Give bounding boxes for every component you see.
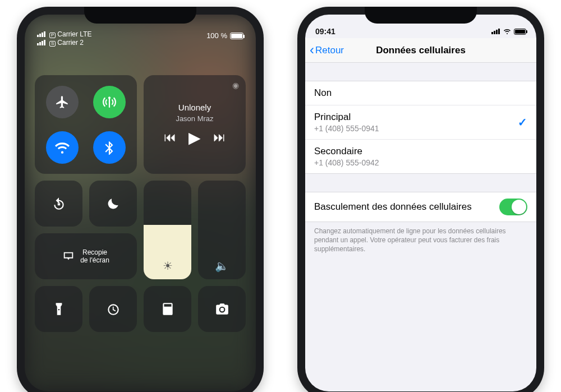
cellular-data-toggle[interactable] <box>93 86 126 118</box>
status-bar-right: 100 % <box>206 31 243 40</box>
sim-s-badge: S <box>49 41 56 47</box>
battery-percent: 100 % <box>206 31 227 40</box>
antenna-icon <box>102 95 117 109</box>
airplane-mode-toggle[interactable] <box>46 86 79 118</box>
volume-icon: 🔈 <box>215 259 229 273</box>
now-playing-module[interactable]: ◉ Unlonely Jason Mraz ⏮ ▶ ⏭ <box>144 75 246 174</box>
rotation-lock-toggle[interactable] <box>35 181 82 227</box>
screen-mirroring-label-2: de l'écran <box>80 256 109 264</box>
back-label: Retour <box>315 45 344 56</box>
wifi-icon <box>55 140 70 155</box>
option-primary-label: Principal <box>314 112 379 123</box>
brightness-icon: ☀ <box>163 259 173 273</box>
prev-track-button[interactable]: ⏮ <box>164 130 176 145</box>
nav-bar: ‹ Retour Données cellulaires <box>305 38 536 63</box>
line-options-group: Non Principal +1 (408) 555-0941 ✓ Second… <box>305 81 536 174</box>
screen-mirror-icon <box>62 250 75 262</box>
next-track-button[interactable]: ⏭ <box>213 130 226 145</box>
control-grid: ◉ Unlonely Jason Mraz ⏮ ▶ ⏭ <box>35 75 246 332</box>
calculator-button[interactable] <box>144 286 191 332</box>
clock: 09:41 <box>315 27 335 36</box>
bluetooth-icon <box>102 140 117 155</box>
flashlight-icon <box>52 302 66 316</box>
track-artist: Jason Mraz <box>176 114 213 123</box>
connectivity-module[interactable] <box>35 75 137 174</box>
status-bar-left: PCarrier LTE SCarrier 2 <box>37 30 91 47</box>
phone-left: PCarrier LTE SCarrier 2 100 % <box>17 7 264 392</box>
option-primary[interactable]: Principal +1 (408) 555-0941 ✓ <box>305 105 536 140</box>
volume-slider[interactable]: 🔈 <box>198 181 246 279</box>
signal-icon-secondary <box>37 39 48 47</box>
option-none-label: Non <box>314 87 332 99</box>
chevron-left-icon: ‹ <box>310 43 314 57</box>
rotation-lock-icon <box>52 196 66 211</box>
control-center-screen: PCarrier LTE SCarrier 2 100 % <box>25 15 256 391</box>
battery-icon <box>514 29 526 35</box>
phone-right: 09:41 ‹ Retour Données cellulaires Non P… <box>297 7 544 392</box>
wifi-toggle[interactable] <box>46 131 79 164</box>
play-button[interactable]: ▶ <box>188 128 201 147</box>
checkmark-icon: ✓ <box>518 116 527 129</box>
carrier-secondary: Carrier 2 <box>57 39 84 47</box>
camera-icon <box>215 302 229 316</box>
airplane-icon <box>55 95 70 109</box>
airplay-audio-icon[interactable]: ◉ <box>232 81 239 90</box>
option-secondary-number: +1 (408) 555-0942 <box>314 158 379 167</box>
cellular-switching-footer: Changez automatiquement de ligne pour le… <box>305 222 536 254</box>
bluetooth-toggle[interactable] <box>93 131 126 164</box>
carrier-primary: Carrier LTE <box>57 30 91 38</box>
option-none[interactable]: Non <box>305 81 536 105</box>
timer-button[interactable] <box>89 286 137 332</box>
wifi-icon <box>503 28 512 35</box>
brightness-slider[interactable]: ☀ <box>144 181 191 279</box>
option-secondary[interactable]: Secondaire +1 (408) 555-0942 <box>305 140 536 173</box>
flashlight-button[interactable] <box>35 286 82 332</box>
screen-mirroring-button[interactable]: Recopie de l'écran <box>35 233 137 279</box>
moon-icon <box>106 196 121 211</box>
signal-icon <box>491 29 500 34</box>
do-not-disturb-toggle[interactable] <box>89 181 137 227</box>
option-primary-number: +1 (408) 555-0941 <box>314 124 379 133</box>
track-title: Unlonely <box>178 103 211 112</box>
option-secondary-label: Secondaire <box>314 146 379 157</box>
settings-screen: 09:41 ‹ Retour Données cellulaires Non P… <box>305 15 536 391</box>
signal-icon-primary <box>37 30 48 38</box>
back-button[interactable]: ‹ Retour <box>310 44 344 57</box>
cellular-switching-label: Basculement des données cellulaires <box>314 201 472 213</box>
timer-icon <box>106 302 121 316</box>
page-title: Données cellulaires <box>376 45 466 56</box>
sim-p-badge: P <box>49 33 56 38</box>
screen-mirroring-label-1: Recopie <box>80 248 109 256</box>
cellular-switching-toggle[interactable] <box>499 199 527 215</box>
cellular-switching-row[interactable]: Basculement des données cellulaires <box>305 192 536 222</box>
switch-group: Basculement des données cellulaires <box>305 192 536 222</box>
camera-button[interactable] <box>198 286 246 332</box>
battery-icon <box>230 33 243 39</box>
control-center: PCarrier LTE SCarrier 2 100 % <box>25 15 256 391</box>
calculator-icon <box>160 302 175 316</box>
status-bar: 09:41 <box>305 15 536 38</box>
